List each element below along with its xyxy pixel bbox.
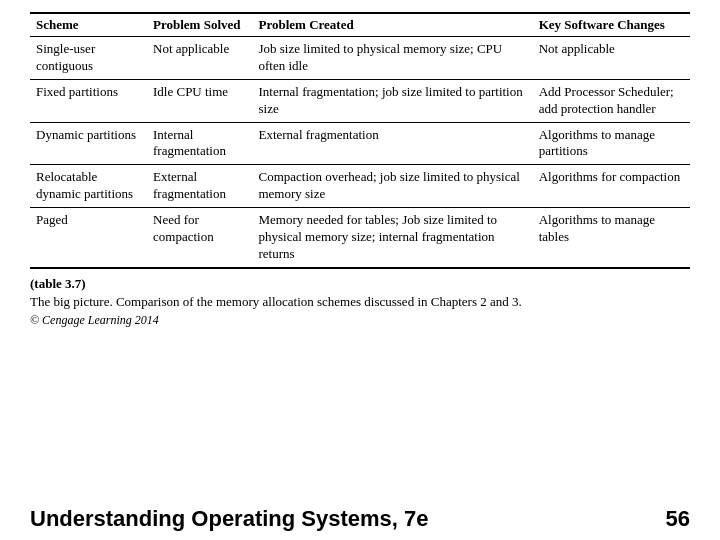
footer-page: 56 [666,506,690,532]
main-table: Scheme Problem Solved Problem Created Ke… [30,12,690,269]
table-header-row: Scheme Problem Solved Problem Created Ke… [30,13,690,37]
table-row: Single-user contiguousNot applicableJob … [30,37,690,80]
cell-solved: Internal fragmentation [147,122,252,165]
cell-key_changes: Not applicable [533,37,690,80]
cell-scheme: Fixed partitions [30,79,147,122]
cell-solved: External fragmentation [147,165,252,208]
cell-key_changes: Add Processor Scheduler; add protection … [533,79,690,122]
cell-scheme: Single-user contiguous [30,37,147,80]
cell-scheme: Dynamic partitions [30,122,147,165]
cell-scheme: Paged [30,208,147,268]
table-row: PagedNeed for compactionMemory needed fo… [30,208,690,268]
cell-created: External fragmentation [252,122,532,165]
cell-created: Compaction overhead; job size limited to… [252,165,532,208]
cell-solved: Idle CPU time [147,79,252,122]
cell-key_changes: Algorithms to manage tables [533,208,690,268]
col-header-key: Key Software Changes [533,13,690,37]
page-wrapper: Scheme Problem Solved Problem Created Ke… [0,0,720,540]
table-row: Fixed partitionsIdle CPU timeInternal fr… [30,79,690,122]
cell-key_changes: Algorithms for compaction [533,165,690,208]
caption-area: (table 3.7) The big picture. Comparison … [30,275,690,330]
footer: Understanding Operating Systems, 7e 56 [30,502,690,532]
cell-created: Memory needed for tables; Job size limit… [252,208,532,268]
col-header-created: Problem Created [252,13,532,37]
table-row: Dynamic partitionsInternal fragmentation… [30,122,690,165]
cell-solved: Not applicable [147,37,252,80]
table-row: Relocatable dynamic partitionsExternal f… [30,165,690,208]
caption-copyright: © Cengage Learning 2014 [30,313,159,327]
cell-solved: Need for compaction [147,208,252,268]
caption-description: The big picture. Comparison of the memor… [30,294,522,309]
cell-scheme: Relocatable dynamic partitions [30,165,147,208]
col-header-solved: Problem Solved [147,13,252,37]
col-header-scheme: Scheme [30,13,147,37]
cell-created: Internal fragmentation; job size limited… [252,79,532,122]
footer-title: Understanding Operating Systems, 7e [30,506,429,532]
caption-label: (table 3.7) [30,276,86,291]
cell-created: Job size limited to physical memory size… [252,37,532,80]
cell-key_changes: Algorithms to manage partitions [533,122,690,165]
